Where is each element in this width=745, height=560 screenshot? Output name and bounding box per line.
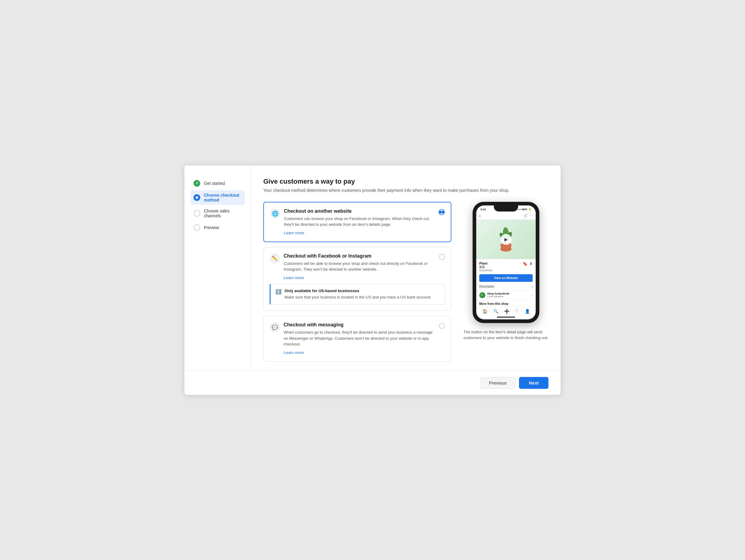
shop-name: Shop luckyshrub — [487, 292, 530, 295]
sidebar-item-sales-channels[interactable]: Choose sales channels — [191, 206, 245, 221]
option-messaging-title: Checkout with messaging — [284, 322, 435, 327]
sidebar-item-preview[interactable]: Preview — [191, 222, 245, 233]
page-title: Give customers a way to pay — [263, 178, 548, 185]
bookmark-icon: 🔖 — [523, 261, 527, 266]
sidebar-item-get-started[interactable]: Get started — [191, 178, 245, 189]
phone-back-icon: ‹ — [479, 213, 481, 218]
shop-chevron: › — [531, 293, 533, 297]
nav-heart-icon: ♡ — [515, 309, 519, 314]
option-card-messaging-header: 💬 Checkout with messaging When customers… — [270, 322, 445, 355]
option-website-title: Checkout on another website — [284, 208, 435, 214]
shop-info: Shop luckyshrub 7,209 followers — [487, 292, 530, 298]
play-button: ▶ — [500, 234, 511, 245]
option-card-messaging[interactable]: 💬 Checkout with messaging When customers… — [263, 316, 451, 361]
info-box-title: Only available for US-based businesses — [285, 288, 431, 293]
modal-footer: Previous Next — [185, 371, 560, 395]
next-button[interactable]: Next — [519, 377, 548, 389]
option-facebook-radio[interactable] — [439, 254, 445, 260]
phone-nav-bar: ‹ 🛒 ··· — [476, 212, 536, 220]
sidebar-item-get-started-label: Get started — [204, 181, 225, 186]
phone-product-info: Plant $35 luckyshrub 🔖 ⬆ — [476, 259, 536, 273]
main-content: Give customers a way to pay Your checkou… — [251, 166, 560, 371]
option-website-description: Customers can browse your shop on Facebo… — [284, 216, 435, 228]
nav-profile-icon: 👤 — [525, 309, 530, 314]
phone-signal-icons: ▪▪▪ WiFi 🔋 — [518, 208, 532, 211]
info-icon: ℹ️ — [276, 289, 282, 294]
phone-bottom-nav: 🏠 🔍 ➕ ♡ 👤 — [476, 307, 536, 315]
get-started-icon — [194, 180, 200, 187]
nav-search-icon: 🔍 — [493, 309, 498, 314]
option-card-website[interactable]: 🌐 Checkout on another website Customers … — [263, 202, 451, 242]
info-box-header: ℹ️ Only available for US-based businesse… — [276, 288, 440, 300]
phone-nav-icons: 🛒 ··· — [524, 214, 533, 218]
option-website-radio[interactable] — [439, 209, 445, 215]
options-column: 🌐 Checkout on another website Customers … — [263, 202, 451, 361]
learn-more-facebook[interactable]: Learn more — [284, 275, 304, 280]
option-messaging-text: Checkout with messaging When customers g… — [284, 322, 435, 355]
phone-time: 9:41 — [481, 208, 486, 211]
phone-notch — [494, 205, 518, 212]
phone-home-indicator — [497, 317, 515, 318]
info-box-description: Make sure that your business is located … — [285, 294, 431, 300]
sidebar-item-checkout-label: Choose checkout method — [204, 193, 242, 202]
view-website-button[interactable]: View on Website — [479, 274, 533, 282]
phone-screen: 9:41 ▪▪▪ WiFi 🔋 ‹ 🛒 ··· — [476, 205, 536, 319]
option-messaging-radio[interactable] — [439, 323, 445, 329]
sidebar: Get started Choose checkout method Choos… — [185, 166, 251, 371]
sidebar-item-checkout-method[interactable]: Choose checkout method — [191, 190, 245, 205]
description-chevron: › — [532, 285, 533, 288]
preview-column: 9:41 ▪▪▪ WiFi 🔋 ‹ 🛒 ··· — [463, 202, 548, 361]
product-name: Plant — [479, 261, 492, 265]
learn-more-messaging[interactable]: Learn more — [284, 350, 304, 355]
option-card-facebook-header: ✏️ Checkout with Facebook or Instagram C… — [270, 253, 445, 280]
preview-description: The button on the item's detail page wil… — [463, 329, 548, 341]
globe-icon: 🌐 — [270, 208, 280, 219]
message-icon: 💬 — [270, 322, 280, 332]
option-facebook-text: Checkout with Facebook or Instagram Cust… — [284, 253, 435, 280]
sales-channels-icon — [194, 210, 200, 217]
phone-shop-row: L Shop luckyshrub 7,209 followers › — [476, 290, 536, 300]
description-label: Description — [479, 285, 494, 288]
product-actions: 🔖 ⬆ — [523, 261, 533, 266]
page-subtitle: Your checkout method determines where cu… — [263, 188, 548, 193]
share-icon: ⬆ — [529, 261, 533, 266]
option-facebook-description: Customers will be able to browse your sh… — [284, 260, 435, 272]
phone-description-row: Description › — [476, 283, 536, 290]
info-box-content: Only available for US-based businesses M… — [285, 288, 431, 300]
product-price: $35 — [479, 265, 492, 269]
option-website-text: Checkout on another website Customers ca… — [284, 208, 435, 236]
shop-followers: 7,209 followers — [487, 295, 530, 298]
phone-cart-icon: 🛒 — [524, 214, 528, 218]
option-card-website-header: 🌐 Checkout on another website Customers … — [270, 208, 445, 236]
preview-icon — [194, 224, 200, 231]
learn-more-website[interactable]: Learn more — [284, 231, 304, 235]
nav-home-icon: 🏠 — [482, 309, 487, 314]
phone-mockup: 9:41 ▪▪▪ WiFi 🔋 ‹ 🛒 ··· — [473, 202, 539, 323]
previous-button[interactable]: Previous — [480, 377, 515, 389]
main-modal: Get started Choose checkout method Choos… — [185, 166, 560, 395]
nav-add-icon: ➕ — [504, 309, 509, 314]
sidebar-item-sales-label: Choose sales channels — [204, 208, 242, 218]
more-from-shop: More from this shop — [476, 300, 536, 307]
checkout-method-icon — [194, 194, 200, 201]
modal-body: Get started Choose checkout method Choos… — [185, 166, 560, 371]
info-box-us-only: ℹ️ Only available for US-based businesse… — [270, 284, 445, 305]
sidebar-item-preview-label: Preview — [204, 225, 219, 230]
option-card-facebook[interactable]: ✏️ Checkout with Facebook or Instagram C… — [263, 247, 451, 311]
phone-more-icon: ··· — [530, 214, 533, 218]
phone-product-image: ▶ — [476, 220, 536, 259]
option-facebook-title: Checkout with Facebook or Instagram — [284, 253, 435, 259]
content-area: 🌐 Checkout on another website Customers … — [263, 202, 548, 361]
pencil-icon: ✏️ — [270, 253, 280, 264]
phone-product-details: Plant $35 luckyshrub — [479, 261, 492, 272]
product-shop-handle: luckyshrub — [479, 269, 492, 272]
shop-avatar: L — [479, 292, 485, 298]
option-messaging-description: When customers go to checkout, they'll b… — [284, 329, 435, 347]
